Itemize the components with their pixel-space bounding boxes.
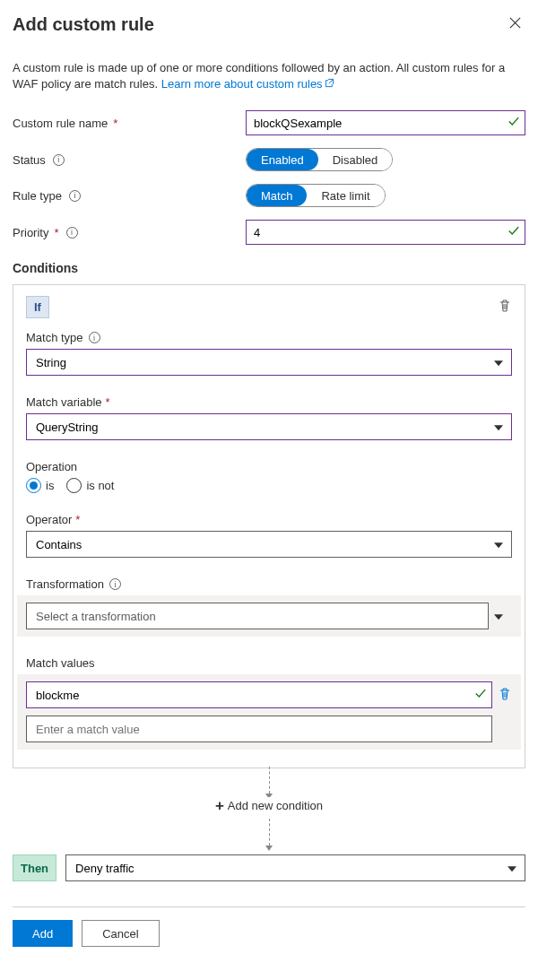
transformation-select[interactable] bbox=[26, 603, 489, 629]
rule-type-match[interactable]: Match bbox=[247, 185, 307, 206]
match-values-label: Match values bbox=[26, 656, 512, 670]
status-toggle[interactable]: Enabled Disabled bbox=[246, 148, 393, 171]
info-icon[interactable]: i bbox=[53, 154, 65, 166]
external-link-icon bbox=[325, 76, 334, 92]
if-badge: If bbox=[26, 296, 49, 318]
plus-icon: + bbox=[215, 797, 224, 814]
radio-unchecked-icon bbox=[66, 478, 82, 493]
panel-title: Add custom rule bbox=[13, 14, 154, 35]
priority-input[interactable] bbox=[246, 220, 525, 245]
operation-isnot-radio[interactable]: is not bbox=[66, 478, 114, 493]
status-enabled[interactable]: Enabled bbox=[247, 149, 318, 170]
info-icon[interactable]: i bbox=[66, 227, 78, 238]
priority-label: Priority* i bbox=[13, 226, 246, 239]
connector-line bbox=[13, 820, 525, 851]
add-button[interactable]: Add bbox=[13, 920, 73, 947]
match-variable-label: Match variable* bbox=[26, 395, 512, 409]
add-condition-button[interactable]: +Add new condition bbox=[215, 799, 323, 812]
match-value-input[interactable] bbox=[26, 681, 492, 708]
conditions-box: If Match type i Match variable* Operatio… bbox=[13, 284, 525, 768]
conditions-header: Conditions bbox=[13, 261, 525, 275]
close-icon[interactable] bbox=[505, 14, 525, 34]
connector-line bbox=[13, 768, 525, 799]
transformation-label: Transformation i bbox=[26, 577, 512, 591]
cancel-button[interactable]: Cancel bbox=[82, 920, 159, 947]
match-value-new-input[interactable] bbox=[26, 715, 492, 742]
match-type-label: Match type i bbox=[26, 331, 512, 344]
then-badge: Then bbox=[13, 854, 56, 881]
rule-type-toggle[interactable]: Match Rate limit bbox=[246, 184, 386, 207]
check-icon bbox=[508, 116, 520, 131]
rule-type-rate[interactable]: Rate limit bbox=[307, 185, 384, 206]
radio-checked-icon bbox=[26, 478, 41, 493]
info-icon[interactable]: i bbox=[109, 578, 121, 590]
learn-more-link[interactable]: Learn more about custom rules bbox=[161, 77, 334, 91]
intro-text: A custom rule is made up of one or more … bbox=[13, 60, 525, 92]
rule-type-label: Rule type i bbox=[13, 189, 246, 203]
match-variable-select[interactable] bbox=[26, 413, 512, 440]
status-label: Status i bbox=[13, 153, 246, 167]
check-icon bbox=[508, 225, 520, 240]
operator-label: Operator* bbox=[26, 513, 512, 526]
name-label: Custom rule name* bbox=[13, 117, 246, 130]
status-disabled[interactable]: Disabled bbox=[318, 149, 393, 170]
operation-is-radio[interactable]: is bbox=[26, 478, 54, 493]
delete-value-icon[interactable] bbox=[498, 687, 512, 704]
delete-condition-icon[interactable] bbox=[498, 299, 512, 316]
operator-select[interactable] bbox=[26, 531, 512, 558]
operation-label: Operation bbox=[26, 460, 512, 473]
match-type-select[interactable] bbox=[26, 349, 512, 376]
info-icon[interactable]: i bbox=[69, 190, 81, 202]
then-action-select[interactable] bbox=[65, 854, 525, 881]
info-icon[interactable]: i bbox=[89, 332, 100, 343]
check-icon bbox=[474, 688, 487, 703]
custom-rule-name-input[interactable] bbox=[246, 110, 525, 135]
